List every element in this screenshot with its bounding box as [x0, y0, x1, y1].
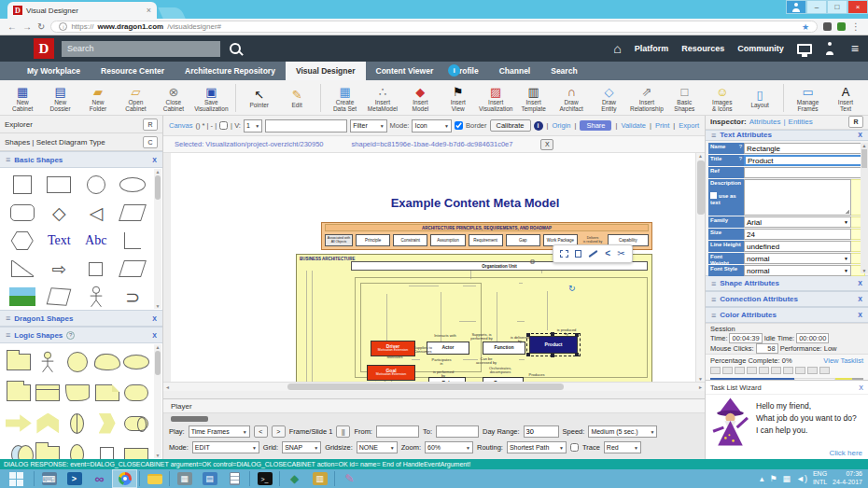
canvas-link[interactable]: Canvas	[169, 121, 192, 130]
toolbar-button[interactable]: ▰ New Folder	[79, 84, 117, 112]
to-input[interactable]	[436, 425, 479, 438]
taskbar-app-icon[interactable]	[169, 471, 170, 486]
line-height-field[interactable]	[744, 241, 851, 252]
explorer-r-button[interactable]: R	[143, 119, 158, 131]
home-icon[interactable]: ⌂	[613, 42, 621, 55]
taskbar-app-icon[interactable]	[279, 471, 280, 486]
toolbar-button[interactable]	[783, 84, 784, 112]
shape-cell[interactable]	[41, 171, 78, 199]
taskbar-app-icon[interactable]	[0, 469, 32, 488]
extension-icon[interactable]	[837, 22, 846, 31]
size-field[interactable]	[744, 229, 851, 240]
taskbar-app-icon[interactable]: ✎	[337, 469, 362, 488]
border-checkbox[interactable]	[455, 121, 463, 130]
next-frame-button[interactable]: >	[272, 425, 286, 438]
toolbar-button[interactable]: ▨ Insert Visualization	[477, 84, 514, 112]
diagram-box[interactable]: Function	[483, 342, 525, 355]
search-input[interactable]	[62, 41, 220, 57]
menubar-item[interactable]: Search	[540, 62, 587, 80]
shape-cell[interactable]	[4, 439, 34, 459]
diagram-box[interactable]: Goal Motivation Extension	[367, 365, 415, 381]
view-tasklist-link[interactable]: View Tasklist	[823, 356, 863, 365]
title-field[interactable]	[744, 155, 865, 166]
menubar-item[interactable]: Resource Center	[91, 62, 175, 80]
taskbar-app-icon[interactable]	[222, 469, 247, 488]
play-select[interactable]: Time Frames▼	[189, 425, 250, 438]
share-shape-icon[interactable]: <	[605, 249, 610, 258]
taskbar-app-icon[interactable]: >_	[252, 469, 277, 488]
search-icon[interactable]	[230, 43, 241, 54]
shape-cell[interactable]	[77, 283, 115, 310]
toolbar-button[interactable]: A Insert Text	[827, 84, 864, 112]
shape-cell[interactable]: Text	[41, 227, 78, 255]
band-box[interactable]: Constraint	[393, 234, 427, 246]
tray-network-icon[interactable]: ▦	[782, 474, 791, 483]
browser-menu-icon[interactable]: ⋮	[851, 21, 861, 32]
day-range-input[interactable]	[524, 425, 559, 438]
inspector-section-header[interactable]: ≡ Color Attributes X	[706, 307, 868, 323]
toolbar-button[interactable]: ⊗ Close Cabinet	[155, 84, 192, 112]
toolbar-button[interactable]: ▯ Layout	[741, 87, 778, 108]
shape-cell[interactable]	[63, 439, 92, 459]
toolbar-button[interactable]: ✎ Edit	[278, 87, 315, 108]
use-as-text-checkbox[interactable]	[710, 192, 717, 199]
minimize-button[interactable]: –	[806, 0, 827, 14]
rotate-icon[interactable]: ↻	[568, 284, 576, 293]
toolbar-button[interactable]: ▤ New Dossier	[41, 84, 78, 112]
filter-select[interactable]: Filter▼	[350, 119, 386, 132]
toolbar-button[interactable]: ▭ Manage Frames	[789, 84, 826, 112]
font-weight-select[interactable]: normal▼	[744, 253, 851, 264]
wizard-click-here-link[interactable]: Click here	[829, 449, 868, 459]
menubar-item[interactable]: Channel	[489, 62, 541, 80]
menubar-item[interactable]: Content Viewer	[366, 62, 444, 80]
browser-tab[interactable]: D Visual Designer ×	[7, 2, 157, 19]
taskbar-app-icon[interactable]	[112, 469, 137, 488]
inspector-section-header[interactable]: ≡ Connection Attributes X	[706, 291, 868, 307]
scissors-icon[interactable]: ✂	[617, 249, 624, 258]
menubar-item[interactable]: My Workplace	[17, 62, 91, 80]
shape-cell[interactable]	[77, 171, 115, 199]
toolbar-button[interactable]: □ Basic Shapes	[665, 84, 703, 112]
taskbar-app-icon[interactable]	[34, 471, 35, 486]
deselect-button[interactable]: X	[540, 139, 553, 150]
taskbar-app-icon[interactable]	[142, 469, 167, 488]
origin-link[interactable]: Origin	[553, 121, 571, 130]
inspector-scrollbar[interactable]: ▲▼	[861, 143, 868, 273]
prev-frame-button[interactable]: <	[254, 425, 268, 438]
font-style-select[interactable]: normal▼	[744, 265, 851, 276]
canvas-horizontal-scrollbar[interactable]: ◄►	[163, 382, 705, 391]
hamburger-icon[interactable]: ≡	[851, 41, 859, 56]
toolbar-button[interactable]: ▥ Insert Template	[514, 84, 552, 112]
help-icon[interactable]: ?	[739, 156, 742, 162]
shape-cell[interactable]	[77, 255, 115, 283]
shape-cell[interactable]	[4, 377, 34, 408]
help-icon[interactable]: ?	[739, 144, 742, 150]
export-link[interactable]: Export	[679, 121, 699, 130]
shape-cell[interactable]	[115, 199, 152, 227]
toolbar-button[interactable]: ∴ Insert MetaModel	[364, 84, 401, 112]
shape-cell[interactable]	[115, 227, 152, 255]
version-select[interactable]: 1▼	[244, 119, 262, 132]
nav-platform[interactable]: Platform	[635, 44, 669, 53]
taskbar-app-icon[interactable]: ▤	[197, 469, 222, 488]
tray-expand-icon[interactable]: ▴	[760, 474, 764, 483]
shape-cell[interactable]	[121, 408, 151, 439]
section-close-icon[interactable]: X	[858, 132, 862, 138]
page-info-icon[interactable]: i	[59, 22, 67, 31]
band-box[interactable]: Gap	[506, 234, 540, 246]
mode-select[interactable]: Icon▼	[412, 119, 452, 132]
description-field[interactable]	[744, 179, 851, 216]
taskbar-app-icon[interactable]	[139, 471, 140, 486]
shape-cell[interactable]	[4, 171, 41, 199]
shape-cell[interactable]: ◁	[77, 199, 115, 227]
tab-close-icon[interactable]: ×	[147, 6, 151, 15]
family-select[interactable]: Arial▼	[744, 216, 851, 228]
basic-shapes-section-header[interactable]: ≡ Basic Shapes X	[0, 151, 162, 168]
routing-select[interactable]: Shortest Path▼	[507, 441, 567, 453]
calibrate-button[interactable]: Calibrate	[490, 119, 531, 132]
shape-cell[interactable]	[34, 377, 63, 408]
toolbar-button[interactable]: ↖ Pointer	[241, 87, 278, 108]
band-assoc-box[interactable]: Associated with All Objects	[325, 234, 353, 246]
menubar-item[interactable]: Visual Designer	[286, 62, 366, 80]
toolbar-button[interactable]: ⚑ Insert View	[440, 84, 477, 112]
